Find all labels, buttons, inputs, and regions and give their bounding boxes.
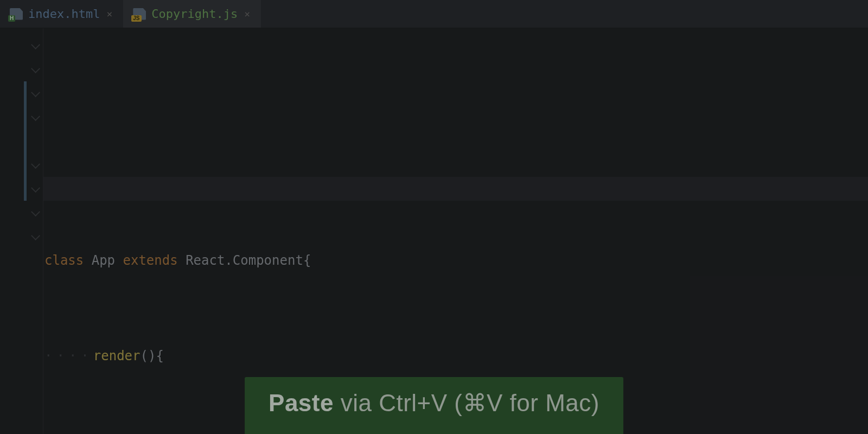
- fold-icon[interactable]: [31, 183, 40, 193]
- code-editor[interactable]: class App extends React.Component{ ····r…: [0, 28, 868, 434]
- vcs-change-marker: [24, 81, 27, 201]
- fold-icon[interactable]: [31, 231, 40, 240]
- fold-icon[interactable]: [31, 207, 40, 216]
- editor-tab-bar: H index.html × JS Copyright.js ×: [0, 0, 868, 28]
- tab-index-html[interactable]: H index.html ×: [0, 0, 123, 28]
- editor-gutter: [0, 28, 43, 434]
- fold-icon[interactable]: [31, 40, 40, 49]
- code-line: class App extends React.Component{: [43, 248, 868, 272]
- file-badge: JS: [131, 15, 141, 22]
- close-tab-icon[interactable]: ×: [243, 8, 251, 20]
- tab-label: index.html: [28, 7, 100, 21]
- html-file-icon: H: [10, 8, 23, 20]
- fold-icon[interactable]: [31, 88, 40, 97]
- code-area[interactable]: class App extends React.Component{ ····r…: [43, 28, 868, 434]
- tab-label: Copyright.js: [151, 7, 238, 21]
- js-file-icon: JS: [133, 8, 146, 20]
- tab-copyright-js[interactable]: JS Copyright.js ×: [123, 0, 261, 28]
- close-tab-icon[interactable]: ×: [105, 8, 113, 20]
- fold-icon[interactable]: [31, 112, 40, 121]
- file-badge: H: [8, 15, 15, 22]
- code-line: ····render(){: [43, 344, 868, 368]
- fold-icon[interactable]: [31, 159, 40, 169]
- fold-icon[interactable]: [31, 64, 40, 73]
